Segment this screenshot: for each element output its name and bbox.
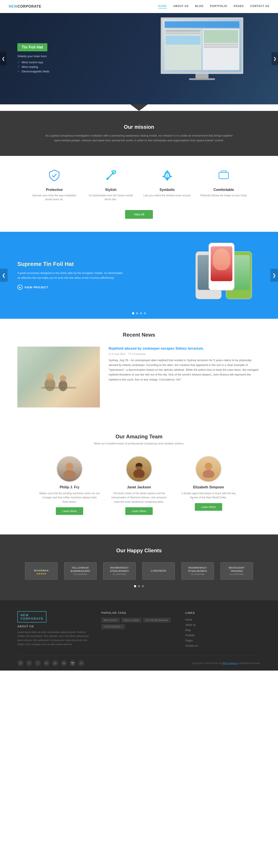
monitor-screen	[161, 18, 243, 74]
janet-name: Janet Jackson	[109, 485, 169, 489]
recent-news-title: Recent News	[18, 332, 260, 338]
client-yellowoak: YELLOWOAK BANDMAKERS Classified	[64, 562, 97, 580]
stylish-icon	[87, 169, 135, 185]
hero-badge: Tin Foil Hat	[18, 43, 47, 51]
symbolic-icon	[143, 169, 191, 185]
social-instagram[interactable]: 📷	[69, 660, 76, 666]
dot-2[interactable]	[136, 312, 138, 314]
nav-home[interactable]: HOME	[158, 5, 167, 8]
svg-point-12	[60, 375, 66, 382]
view-all-button[interactable]: View All	[125, 210, 153, 219]
dot-3[interactable]	[140, 312, 142, 314]
elizabeth-learn-more[interactable]: Learn More	[195, 503, 222, 511]
client-mahogany-text: MAHOGANY Trading Classified	[229, 566, 245, 576]
svg-rect-14	[109, 353, 111, 355]
cdot-2[interactable]	[138, 585, 140, 587]
features-grid: Protective Secures your mind the way med…	[18, 169, 260, 202]
janet-desc: The brain centre of the whole system and…	[109, 491, 169, 504]
hero-section: ❮ Tin Foil Hat Shields your brain from: …	[0, 13, 278, 104]
social-googleplus[interactable]: g+	[52, 660, 58, 666]
feature-protective-title: Protective	[30, 188, 78, 192]
feature-symbolic-title: Symbolic	[143, 188, 191, 192]
client-ironmonkey-1-text: Ironmonkey STEELWORKS Classified	[110, 566, 129, 576]
news-body: Sydney, July 29 - An unemployed alien re…	[109, 358, 260, 382]
carousel-arrow-right[interactable]: ❯	[270, 269, 278, 282]
carousel-dots	[132, 312, 146, 314]
footer-link-portfolio[interactable]: Portfolio	[185, 634, 195, 637]
footer-link-pages[interactable]: Pages	[185, 639, 193, 642]
mission-text: As a global conspiracy investigation ins…	[43, 133, 235, 143]
footer-links-list: Home About us Blog Portfolio Pages Conta…	[185, 618, 260, 647]
feature-stylish-title: Stylish	[87, 188, 135, 192]
team-title: Our Amazing Team	[18, 434, 260, 440]
comfortable-icon	[200, 169, 248, 185]
cdot-3[interactable]	[142, 585, 144, 587]
nav-about[interactable]: ABOUT US	[173, 5, 189, 8]
recent-news-section: Recent News Reptiloid abused by zoo	[0, 319, 278, 421]
news-content: Reptiloid abused by zookeeper escapes Si…	[18, 347, 260, 407]
carousel-arrow-left[interactable]: ❮	[0, 269, 8, 282]
phone-white	[209, 243, 235, 290]
social-vimeo[interactable]: V	[78, 660, 84, 666]
svg-point-2	[106, 178, 109, 180]
footer-link-home[interactable]: Home	[185, 618, 192, 621]
footer-link-contact[interactable]: Contact us	[185, 644, 198, 647]
feature-stylish-desc: So fashionable even the Queen would kill…	[87, 193, 135, 202]
mission-section: Our mission As a global conspiracy inves…	[0, 111, 278, 156]
svg-point-11	[59, 380, 67, 391]
nav-pages[interactable]: PAGES	[234, 5, 244, 8]
navigation: NEWCORPORATE HOME ABOUT US BLOG PORTFOLI…	[0, 0, 278, 13]
view-project-link[interactable]: ▶ VIEW PROJECT	[18, 285, 126, 290]
svg-point-19	[63, 470, 76, 478]
cdot-1[interactable]	[134, 585, 136, 587]
footer-link-about[interactable]: About us	[185, 623, 196, 626]
footer-logo-box: NEW CORPORATE	[18, 611, 46, 622]
janet-avatar	[126, 456, 152, 482]
social-rss[interactable]: ☰	[18, 660, 24, 666]
feature-protective: Protective Secures your mind the way med…	[30, 169, 78, 202]
nav-blog[interactable]: BLOG	[195, 5, 204, 8]
feature-comfortable: Comfortable Perfectly follows the shape …	[200, 169, 248, 202]
nav-contact[interactable]: CONTACT US	[250, 5, 269, 8]
hero-arrow-left[interactable]: ❮	[0, 52, 6, 65]
footer-tag-3[interactable]: Tin Foil Hat Solutions	[143, 618, 171, 622]
check-icon-1: ✓	[18, 60, 20, 64]
philip-desc: Makes sure that the printing machines ne…	[39, 491, 100, 504]
phone-group	[191, 238, 260, 321]
hero-content: Tin Foil Hat Shields your brain from: ✓ …	[0, 43, 67, 74]
elizabeth-desc: A double agent that keeps in touch with …	[178, 491, 239, 500]
feature-stylish: Stylish So fashionable even the Queen wo…	[87, 169, 135, 202]
footer-tag-2[interactable]: Space Lizards	[121, 618, 141, 622]
features-section: Protective Secures your mind the way med…	[0, 156, 278, 232]
hero-list-item-1: ✓ Mind control rays	[18, 60, 49, 64]
philip-learn-more[interactable]: Learn More	[56, 507, 83, 515]
nav-portfolio[interactable]: PORTFOLIO	[210, 5, 227, 8]
social-linkedin[interactable]: in	[43, 660, 49, 666]
logo-new: NEW	[9, 5, 18, 8]
hero-list-item-3: ✓ Electromagnetic fields	[18, 69, 49, 73]
feature-symbolic-desc: Lets you notice the kindred souls around…	[143, 193, 191, 197]
footer-tags-col: POPULAR TAGS Mind Control Space Lizards …	[101, 611, 177, 649]
footer-adg-link[interactable]: ADG solutions	[222, 662, 238, 664]
footer-tag-4[interactable]: COINCIDENCE ?	[101, 624, 125, 629]
dot-4[interactable]	[144, 312, 146, 314]
hero-arrow-right[interactable]: ❯	[272, 52, 278, 65]
feature-comfortable-title: Comfortable	[200, 188, 248, 192]
footer-link-blog[interactable]: Blog	[185, 629, 190, 632]
dot-1[interactable]	[132, 312, 134, 314]
client-luncheon: LUNCHEON	[142, 562, 175, 580]
janet-learn-more[interactable]: Learn More	[125, 507, 153, 515]
social-twitter[interactable]: t	[35, 660, 41, 666]
social-facebook[interactable]: f	[26, 660, 32, 666]
news-headline: Reptiloid abused by zookeeper escapes Si…	[109, 347, 260, 350]
hero-monitor-graphic	[148, 18, 256, 80]
client-ironmonkey-2-text: Ironmonkey STEELWORKS Classified	[188, 566, 207, 576]
footer-tag-1[interactable]: Mind Control	[101, 618, 120, 622]
feature-symbolic: Symbolic Lets you notice the kindred sou…	[143, 169, 191, 202]
footer: NEW CORPORATE ABOUT US Lorem ipsum dolor…	[0, 600, 278, 671]
svg-point-21	[133, 469, 145, 478]
elizabeth-name: Elizabeth Simpson	[178, 485, 239, 489]
check-icon-3: ✓	[18, 69, 20, 73]
team-member-janet: Janet Jackson The brain centre of the wh…	[109, 456, 169, 515]
social-vk[interactable]: vk	[61, 660, 67, 666]
